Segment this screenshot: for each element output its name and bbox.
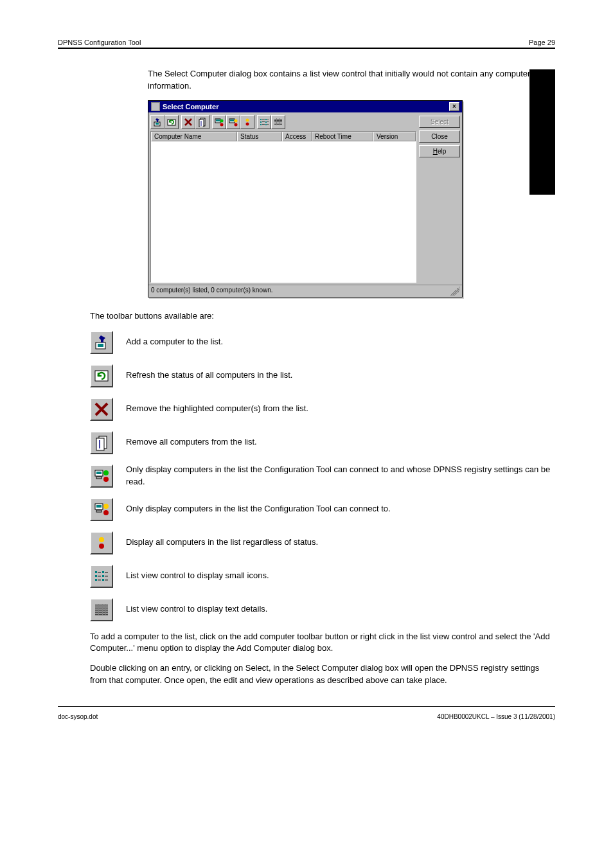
legend-row: List view control to display small icons… — [90, 564, 555, 589]
svg-rect-58 — [105, 572, 108, 573]
legend-row: List view control to display text detail… — [90, 598, 555, 622]
svg-rect-31 — [274, 124, 282, 125]
svg-rect-29 — [274, 121, 282, 122]
legend-row: Remove the highlighted computer(s) from … — [90, 397, 555, 421]
close-icon[interactable]: × — [449, 102, 459, 111]
svg-rect-57 — [102, 571, 104, 573]
legend-label: Add a computer to the list. — [126, 336, 223, 348]
svg-rect-27 — [274, 119, 282, 120]
add-computer-icon[interactable] — [150, 115, 164, 129]
svg-rect-6 — [216, 120, 220, 121]
footer-right: 40DHB0002UKCL – Issue 3 (11/28/2001) — [437, 713, 555, 720]
svg-rect-61 — [102, 579, 104, 581]
dialog-title: Select Computer — [163, 103, 449, 111]
legend-label: Refresh the status of all computers in t… — [126, 369, 292, 381]
intro-text: The Select Computer dialog box contains … — [148, 68, 555, 93]
svg-rect-69 — [98, 604, 99, 616]
svg-point-48 — [103, 510, 109, 515]
col-computer-name[interactable]: Computer Name — [151, 132, 237, 141]
remove-all-icon — [90, 431, 113, 454]
status-text: 0 computer(s) listed, 0 computer(s) know… — [151, 287, 273, 296]
view-small-icons-icon — [90, 565, 113, 588]
svg-rect-23 — [265, 121, 267, 123]
svg-rect-60 — [105, 576, 108, 577]
filter-readable-icon[interactable] — [212, 115, 226, 129]
header-left: DPNSS Configuration Tool — [58, 39, 141, 46]
svg-rect-18 — [262, 121, 265, 122]
svg-point-8 — [220, 123, 224, 126]
svg-rect-40 — [96, 472, 102, 474]
svg-rect-25 — [265, 124, 267, 125]
col-access[interactable]: Access — [282, 132, 312, 141]
filter-readable-icon — [90, 465, 113, 488]
svg-point-42 — [103, 470, 109, 475]
legend-row: Refresh the status of all computers in t… — [90, 364, 555, 388]
svg-point-43 — [103, 477, 109, 482]
titlebar: Select Computer × — [148, 101, 462, 112]
col-version[interactable]: Version — [373, 132, 416, 141]
svg-rect-38 — [96, 438, 104, 450]
select-button: Select — [419, 116, 460, 128]
svg-rect-41 — [96, 477, 102, 479]
svg-rect-20 — [262, 124, 265, 125]
svg-rect-24 — [267, 121, 269, 122]
svg-rect-62 — [105, 580, 108, 581]
svg-point-11 — [235, 119, 238, 122]
svg-point-7 — [220, 119, 224, 122]
legend-row: Remove all computers from the list. — [90, 430, 555, 455]
resize-grip-icon[interactable] — [450, 287, 459, 296]
footer-left: doc-sysop.dot — [58, 713, 98, 720]
help-button[interactable]: Help — [419, 145, 460, 157]
svg-rect-53 — [95, 575, 97, 577]
svg-rect-59 — [102, 575, 104, 577]
legend-row: Only display computers in the list the C… — [90, 464, 555, 488]
statusbar: 0 computer(s) listed, 0 computer(s) know… — [148, 285, 462, 297]
svg-rect-32 — [276, 118, 277, 125]
closing-2: Double clicking on an entry, or clicking… — [90, 662, 555, 687]
remove-all-icon[interactable] — [195, 115, 209, 129]
filter-all-icon[interactable] — [240, 115, 254, 129]
svg-rect-26 — [267, 124, 269, 125]
svg-rect-15 — [260, 119, 262, 120]
refresh-icon[interactable] — [164, 115, 179, 129]
col-status[interactable]: Status — [237, 132, 282, 141]
view-details-icon[interactable] — [271, 115, 285, 129]
computer-listview[interactable]: Computer Name Status Access Reboot Time … — [150, 131, 416, 283]
legend-label: List view control to display small icons… — [126, 570, 269, 581]
svg-rect-19 — [260, 124, 262, 125]
legend-label: Only display computers in the list the C… — [126, 503, 391, 515]
footer-rule — [58, 706, 555, 707]
remove-selected-icon[interactable] — [181, 115, 195, 129]
svg-rect-55 — [95, 579, 97, 581]
remove-selected-icon — [90, 398, 113, 421]
view-details-icon — [90, 598, 113, 621]
close-button[interactable]: Close — [419, 130, 460, 143]
app-icon — [151, 102, 160, 111]
dialog-toolbar — [150, 114, 416, 131]
svg-point-47 — [103, 504, 109, 509]
filter-connectable-icon — [90, 498, 113, 521]
add-computer-icon — [90, 331, 113, 354]
svg-rect-54 — [98, 576, 101, 577]
legend-row: Only display computers in the list the C… — [90, 497, 555, 522]
select-computer-dialog: Select Computer × — [148, 100, 463, 297]
svg-point-50 — [99, 544, 104, 549]
svg-rect-45 — [96, 505, 102, 508]
view-small-icons-icon[interactable] — [257, 115, 271, 129]
legend-label: Only display computers in the list the C… — [126, 464, 555, 487]
svg-point-13 — [246, 118, 249, 121]
svg-rect-33 — [279, 118, 280, 125]
col-reboot-time[interactable]: Reboot Time — [312, 132, 373, 141]
svg-rect-70 — [102, 604, 103, 616]
svg-rect-10 — [230, 120, 234, 121]
svg-rect-22 — [267, 119, 269, 120]
filter-connectable-icon[interactable] — [226, 115, 240, 129]
legend-label: List view control to display text detail… — [126, 603, 267, 615]
svg-rect-56 — [98, 580, 101, 581]
filter-all-icon — [90, 531, 113, 554]
legend-label: Remove the highlighted computer(s) from … — [126, 403, 308, 414]
svg-rect-30 — [274, 123, 282, 123]
legend-label: Remove all computers from the list. — [126, 436, 257, 448]
header-page: Page 29 — [529, 39, 555, 46]
legend-row: Display all computers in the list regard… — [90, 531, 555, 555]
